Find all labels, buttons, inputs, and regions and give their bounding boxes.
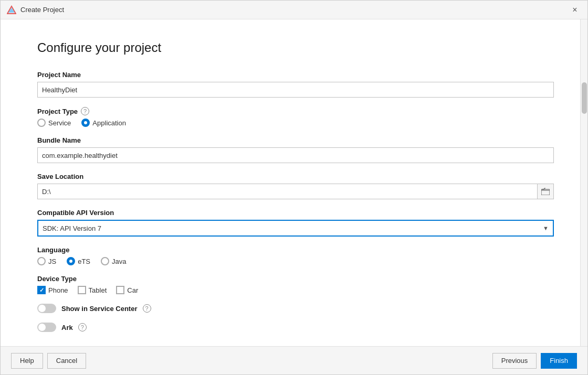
- help-button[interactable]: Help: [11, 353, 43, 369]
- checkbox-car-label: Car: [127, 286, 138, 294]
- main-content: Configure your project Project Name Proj…: [1, 19, 580, 346]
- language-label: Language: [37, 246, 554, 254]
- content-area: Configure your project Project Name Proj…: [1, 19, 587, 346]
- show-in-service-center-label: Show in Service Center: [61, 305, 138, 313]
- title-bar: Create Project ×: [1, 1, 587, 19]
- close-button[interactable]: ×: [569, 4, 581, 16]
- project-type-label: Project Type ?: [37, 107, 554, 115]
- radio-service-label: Service: [48, 119, 71, 127]
- ark-section: Ark ?: [37, 323, 554, 332]
- app-logo: [7, 5, 16, 15]
- checkbox-tablet[interactable]: Tablet: [78, 286, 107, 294]
- api-version-section: Compatible API Version SDK: API Version …: [37, 209, 554, 237]
- device-type-section: Device Type Phone Tablet Car: [37, 275, 554, 294]
- ark-row: Ark ?: [37, 323, 554, 332]
- create-project-dialog: Create Project × Configure your project …: [0, 0, 588, 375]
- cancel-button[interactable]: Cancel: [47, 353, 86, 369]
- save-location-label: Save Location: [37, 173, 554, 180]
- footer-right-buttons: Previous Finish: [492, 353, 577, 369]
- ark-label: Ark: [61, 324, 73, 331]
- project-name-label: Project Name: [37, 71, 554, 79]
- checkbox-phone[interactable]: Phone: [37, 286, 68, 294]
- language-radio-group: JS eTS Java: [37, 257, 554, 265]
- scrollbar-thumb[interactable]: [582, 82, 587, 114]
- radio-ets-label: eTS: [78, 258, 90, 265]
- checkbox-phone-label: Phone: [48, 286, 68, 294]
- save-location-input-group: [37, 184, 554, 199]
- radio-ets-circle: [67, 257, 75, 265]
- radio-service-circle: [37, 119, 46, 127]
- project-type-radio-group: Service Application: [37, 119, 554, 127]
- project-type-section: Project Type ? Service Application: [37, 107, 554, 127]
- browse-folder-button[interactable]: [537, 184, 554, 199]
- api-version-select-wrapper: SDK: API Version 7 SDK: API Version 8 SD…: [37, 220, 554, 237]
- radio-application-label: Application: [92, 119, 126, 127]
- radio-java[interactable]: Java: [101, 257, 126, 265]
- bundle-name-input[interactable]: [37, 147, 554, 163]
- radio-js-label: JS: [48, 258, 56, 265]
- device-type-checkbox-group: Phone Tablet Car: [37, 286, 554, 294]
- show-in-service-center-toggle[interactable]: [37, 304, 56, 313]
- radio-ets[interactable]: eTS: [67, 257, 90, 265]
- folder-icon: [541, 188, 550, 195]
- finish-button[interactable]: Finish: [541, 353, 577, 369]
- project-name-input[interactable]: [37, 82, 554, 98]
- scrollbar[interactable]: [580, 19, 587, 346]
- project-type-help-icon[interactable]: ?: [81, 107, 89, 115]
- footer-left-buttons: Help Cancel: [11, 353, 86, 369]
- radio-java-label: Java: [112, 258, 126, 265]
- ark-toggle[interactable]: [37, 323, 56, 332]
- show-in-service-center-section: Show in Service Center ?: [37, 304, 554, 313]
- radio-java-circle: [101, 257, 109, 265]
- checkbox-phone-box: [37, 286, 46, 294]
- show-in-service-center-help-icon[interactable]: ?: [143, 304, 151, 313]
- window-title: Create Project: [20, 6, 569, 14]
- radio-application-circle: [81, 119, 90, 127]
- checkbox-car-box: [116, 286, 124, 294]
- previous-button[interactable]: Previous: [492, 353, 537, 369]
- radio-js-circle: [37, 257, 46, 265]
- api-version-label: Compatible API Version: [37, 209, 554, 217]
- api-version-select[interactable]: SDK: API Version 7 SDK: API Version 8 SD…: [37, 220, 554, 237]
- device-type-label: Device Type: [37, 275, 554, 283]
- project-name-section: Project Name: [37, 71, 554, 98]
- bundle-name-section: Bundle Name: [37, 136, 554, 163]
- language-section: Language JS eTS Java: [37, 246, 554, 265]
- footer: Help Cancel Previous Finish: [1, 346, 587, 374]
- ark-help-icon[interactable]: ?: [78, 323, 87, 331]
- save-location-input[interactable]: [37, 184, 537, 199]
- checkbox-tablet-label: Tablet: [89, 286, 107, 294]
- save-location-section: Save Location: [37, 173, 554, 199]
- page-title: Configure your project: [37, 40, 554, 55]
- radio-service[interactable]: Service: [37, 119, 71, 127]
- show-in-service-center-row: Show in Service Center ?: [37, 304, 554, 313]
- checkbox-car[interactable]: Car: [116, 286, 138, 294]
- radio-application[interactable]: Application: [81, 119, 126, 127]
- checkbox-tablet-box: [78, 286, 86, 294]
- bundle-name-label: Bundle Name: [37, 136, 554, 144]
- radio-js[interactable]: JS: [37, 257, 56, 265]
